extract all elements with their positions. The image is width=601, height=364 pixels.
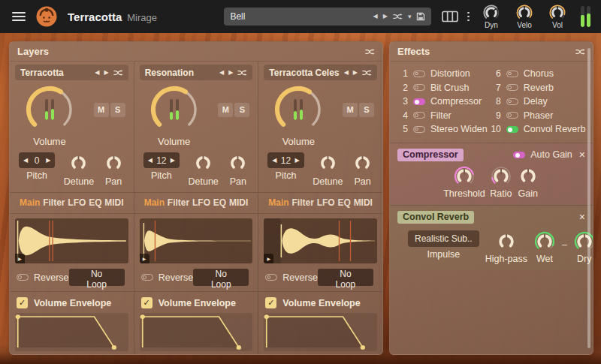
effect-slot[interactable]: 1Distortion	[397, 68, 488, 80]
pitch-increment-icon[interactable]: ▶	[46, 157, 50, 164]
waveform-display[interactable]: ▶	[264, 218, 377, 263]
play-icon[interactable]: ▶	[15, 254, 25, 263]
threshold-knob[interactable]	[453, 165, 476, 188]
volume-knob[interactable]	[273, 84, 324, 135]
layer-header[interactable]: Terracotta ◀ ▶	[15, 65, 128, 80]
velo-knob[interactable]: Velo	[512, 4, 537, 29]
save-icon[interactable]	[416, 12, 425, 21]
layer-header[interactable]: Terracotta Celeste ◀ ▶	[264, 65, 377, 80]
power-toggle[interactable]	[413, 71, 425, 77]
pan-knob[interactable]	[103, 152, 125, 174]
tab-filter[interactable]: Filter	[43, 197, 65, 208]
solo-button[interactable]: S	[359, 103, 374, 117]
layer-next-icon[interactable]: ▶	[104, 69, 109, 76]
tab-midi[interactable]: MIDI	[229, 197, 248, 208]
shuffle-icon[interactable]	[575, 48, 585, 56]
volume-knob[interactable]	[24, 84, 75, 135]
compressor-title-chip[interactable]: Compressor	[397, 149, 464, 161]
pitch-stepper[interactable]: ◀ 12 ▶	[267, 152, 304, 168]
mute-button[interactable]: M	[94, 103, 109, 117]
gain-knob[interactable]	[517, 165, 539, 188]
power-toggle[interactable]	[413, 112, 425, 119]
power-toggle[interactable]	[506, 98, 518, 105]
volume-envelope-graph[interactable]	[264, 313, 377, 351]
pitch-decrement-icon[interactable]: ◀	[148, 157, 153, 164]
envelope-checkbox[interactable]	[17, 297, 28, 308]
convol-reverb-title-chip[interactable]: Convol Reverb	[397, 211, 474, 224]
effect-slot[interactable]: 3Compressor	[397, 95, 488, 108]
pitch-stepper[interactable]: ◀ 0 ▶	[19, 152, 55, 168]
tab-main[interactable]: Main	[268, 197, 288, 208]
tab-midi[interactable]: MIDI	[104, 197, 123, 208]
effect-slot[interactable]: 9Phaser	[491, 110, 586, 122]
layer-prev-icon[interactable]: ◀	[219, 69, 224, 76]
power-toggle[interactable]	[413, 98, 425, 105]
tab-filter[interactable]: Filter	[168, 197, 189, 208]
wet-knob[interactable]	[533, 230, 556, 253]
tab-lfo[interactable]: LFO	[192, 197, 210, 208]
effect-slot[interactable]: 2Bit Crush	[397, 82, 488, 95]
tab-eq[interactable]: EQ	[213, 197, 226, 208]
close-icon[interactable]: ×	[579, 149, 585, 160]
power-toggle[interactable]	[413, 84, 425, 91]
loop-mode-button[interactable]: No Loop	[193, 269, 249, 286]
reverse-toggle[interactable]	[17, 274, 29, 281]
chevron-down-icon[interactable]: ▾	[408, 13, 412, 20]
layer-next-icon[interactable]: ▶	[353, 69, 358, 76]
close-icon[interactable]: ×	[579, 212, 585, 222]
effect-slot[interactable]: 6Chorus	[491, 68, 586, 80]
tab-main[interactable]: Main	[144, 197, 165, 208]
knob-icon[interactable]	[515, 4, 533, 22]
tab-midi[interactable]: MIDI	[354, 197, 373, 208]
tab-main[interactable]: Main	[20, 197, 40, 208]
envelope-checkbox[interactable]	[141, 297, 153, 308]
effect-slot[interactable]: 5Stereo Widen	[397, 123, 488, 136]
power-toggle[interactable]	[506, 84, 518, 91]
tab-eq[interactable]: EQ	[89, 197, 101, 208]
play-icon[interactable]: ▶	[264, 254, 273, 263]
impulse-select-button[interactable]: Realistic Sub..	[408, 230, 479, 247]
layer-prev-icon[interactable]: ◀	[344, 69, 349, 76]
pitch-decrement-icon[interactable]: ◀	[272, 157, 276, 164]
knob-icon[interactable]	[548, 4, 566, 22]
effect-slot[interactable]: 4Filter	[397, 110, 488, 122]
tab-lfo[interactable]: LFO	[68, 197, 86, 208]
shuffle-icon[interactable]	[362, 69, 372, 77]
effects-scrollbar[interactable]	[587, 48, 590, 348]
power-toggle[interactable]	[506, 126, 518, 133]
tab-filter[interactable]: Filter	[292, 197, 314, 208]
high-pass-knob[interactable]	[495, 230, 518, 253]
tab-lfo[interactable]: LFO	[317, 197, 335, 208]
layer-next-icon[interactable]: ▶	[228, 69, 233, 76]
tab-eq[interactable]: EQ	[337, 197, 350, 208]
loop-mode-button[interactable]: No Loop	[69, 269, 125, 286]
vol-knob[interactable]: Vol	[545, 4, 570, 29]
volume-envelope-graph[interactable]	[140, 313, 253, 351]
waveform-display[interactable]: ▶	[15, 218, 128, 263]
shuffle-icon[interactable]	[113, 69, 123, 77]
mute-button[interactable]: M	[343, 103, 358, 117]
pan-knob[interactable]	[227, 152, 249, 174]
shuffle-icon[interactable]	[237, 69, 247, 77]
power-toggle[interactable]	[413, 126, 425, 133]
effect-slot[interactable]: 8Delay	[491, 95, 586, 108]
solo-button[interactable]: S	[110, 103, 125, 117]
layer-header[interactable]: Resonation ◀ ▶	[140, 65, 253, 80]
reverse-toggle[interactable]	[265, 274, 277, 281]
pitch-decrement-icon[interactable]: ◀	[23, 157, 28, 164]
knob-icon[interactable]	[482, 4, 500, 22]
pitch-increment-icon[interactable]: ▶	[295, 157, 300, 164]
keyboard-icon[interactable]	[442, 11, 458, 23]
mute-button[interactable]: M	[218, 103, 233, 117]
preset-prev-icon[interactable]: ◀	[373, 14, 378, 20]
play-icon[interactable]: ▶	[140, 254, 149, 263]
reverse-toggle[interactable]	[141, 274, 153, 281]
shuffle-icon[interactable]	[365, 48, 375, 56]
power-toggle[interactable]	[506, 112, 518, 119]
pitch-stepper[interactable]: ◀ 12 ▶	[143, 152, 180, 168]
envelope-checkbox[interactable]	[265, 297, 276, 308]
detune-knob[interactable]	[68, 152, 89, 174]
more-options-icon[interactable]	[467, 12, 470, 22]
pan-knob[interactable]	[352, 152, 373, 174]
detune-knob[interactable]	[317, 152, 339, 174]
